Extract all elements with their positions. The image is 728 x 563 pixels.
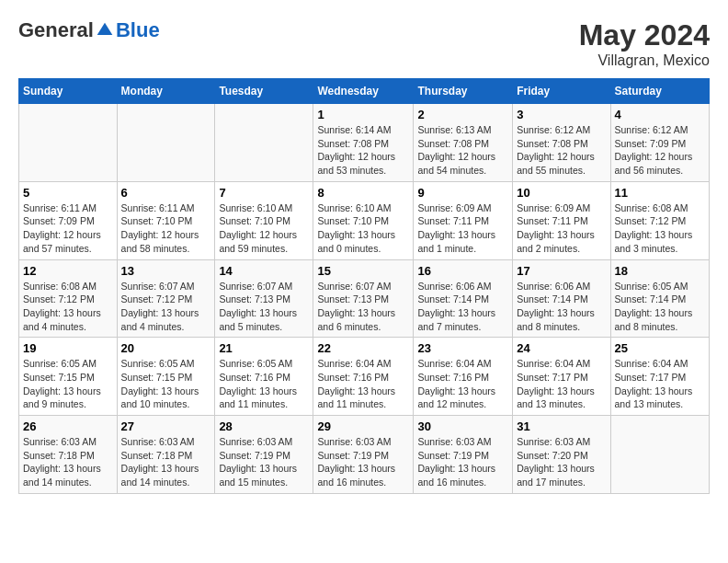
day-number: 20: [121, 341, 211, 355]
header-saturday: Saturday: [610, 79, 709, 104]
day-info: Sunrise: 6:06 AM Sunset: 7:14 PM Dayligh…: [517, 280, 606, 334]
calendar-cell: 11Sunrise: 6:08 AM Sunset: 7:12 PM Dayli…: [610, 181, 709, 259]
day-number: 11: [615, 186, 705, 200]
day-info: Sunrise: 6:05 AM Sunset: 7:16 PM Dayligh…: [219, 357, 309, 411]
calendar-cell: 30Sunrise: 6:03 AM Sunset: 7:19 PM Dayli…: [414, 416, 513, 494]
calendar-cell: 27Sunrise: 6:03 AM Sunset: 7:18 PM Dayli…: [117, 416, 215, 494]
calendar-cell: 4Sunrise: 6:12 AM Sunset: 7:09 PM Daylig…: [610, 104, 709, 182]
day-number: 5: [23, 186, 113, 200]
day-info: Sunrise: 6:10 AM Sunset: 7:10 PM Dayligh…: [219, 201, 309, 256]
day-info: Sunrise: 6:08 AM Sunset: 7:12 PM Dayligh…: [615, 201, 705, 256]
day-number: 12: [23, 264, 113, 278]
day-number: 3: [517, 108, 606, 121]
day-number: 2: [417, 108, 508, 121]
calendar-cell: [117, 104, 215, 182]
day-number: 25: [615, 341, 705, 355]
calendar-body: 1Sunrise: 6:14 AM Sunset: 7:08 PM Daylig…: [19, 104, 710, 494]
day-info: Sunrise: 6:07 AM Sunset: 7:13 PM Dayligh…: [219, 280, 309, 334]
day-number: 9: [417, 186, 508, 200]
page-header: General Blue May 2024 Villagran, Mexico: [18, 18, 710, 69]
header-monday: Monday: [117, 79, 215, 104]
day-info: Sunrise: 6:03 AM Sunset: 7:19 PM Dayligh…: [317, 435, 409, 489]
calendar-cell: [610, 416, 709, 494]
calendar-cell: 22Sunrise: 6:04 AM Sunset: 7:16 PM Dayli…: [313, 338, 414, 416]
day-number: 24: [517, 341, 606, 355]
calendar-week-1: 1Sunrise: 6:14 AM Sunset: 7:08 PM Daylig…: [19, 104, 710, 182]
calendar-cell: 14Sunrise: 6:07 AM Sunset: 7:13 PM Dayli…: [215, 259, 313, 338]
calendar-cell: 12Sunrise: 6:08 AM Sunset: 7:12 PM Dayli…: [19, 259, 118, 338]
day-number: 27: [121, 419, 211, 433]
calendar-cell: 10Sunrise: 6:09 AM Sunset: 7:11 PM Dayli…: [513, 181, 610, 259]
day-info: Sunrise: 6:05 AM Sunset: 7:15 PM Dayligh…: [121, 357, 211, 411]
calendar-cell: 8Sunrise: 6:10 AM Sunset: 7:10 PM Daylig…: [313, 181, 414, 259]
day-info: Sunrise: 6:08 AM Sunset: 7:12 PM Dayligh…: [23, 280, 113, 334]
day-info: Sunrise: 6:05 AM Sunset: 7:15 PM Dayligh…: [23, 357, 113, 411]
calendar-week-5: 26Sunrise: 6:03 AM Sunset: 7:18 PM Dayli…: [19, 416, 710, 494]
calendar-cell: 28Sunrise: 6:03 AM Sunset: 7:19 PM Dayli…: [215, 416, 313, 494]
day-info: Sunrise: 6:03 AM Sunset: 7:20 PM Dayligh…: [517, 435, 606, 489]
day-number: 7: [219, 186, 309, 200]
calendar-cell: 5Sunrise: 6:11 AM Sunset: 7:09 PM Daylig…: [19, 181, 118, 259]
day-number: 23: [417, 341, 508, 355]
calendar-cell: 6Sunrise: 6:11 AM Sunset: 7:10 PM Daylig…: [117, 181, 215, 259]
calendar-cell: 9Sunrise: 6:09 AM Sunset: 7:11 PM Daylig…: [414, 181, 513, 259]
calendar-cell: 7Sunrise: 6:10 AM Sunset: 7:10 PM Daylig…: [215, 181, 313, 259]
day-number: 19: [23, 341, 113, 355]
logo-icon: [96, 21, 114, 40]
calendar-cell: 19Sunrise: 6:05 AM Sunset: 7:15 PM Dayli…: [19, 338, 118, 416]
day-info: Sunrise: 6:07 AM Sunset: 7:12 PM Dayligh…: [121, 280, 211, 334]
day-info: Sunrise: 6:12 AM Sunset: 7:08 PM Dayligh…: [517, 123, 606, 178]
header-wednesday: Wednesday: [313, 79, 414, 104]
day-number: 30: [417, 419, 508, 433]
header-thursday: Thursday: [414, 79, 513, 104]
day-info: Sunrise: 6:04 AM Sunset: 7:17 PM Dayligh…: [517, 357, 606, 411]
month-year-title: May 2024: [579, 18, 710, 52]
day-info: Sunrise: 6:04 AM Sunset: 7:16 PM Dayligh…: [317, 357, 409, 411]
calendar-cell: 25Sunrise: 6:04 AM Sunset: 7:17 PM Dayli…: [610, 338, 709, 416]
day-info: Sunrise: 6:10 AM Sunset: 7:10 PM Dayligh…: [317, 201, 409, 256]
calendar-week-3: 12Sunrise: 6:08 AM Sunset: 7:12 PM Dayli…: [19, 259, 710, 338]
day-info: Sunrise: 6:12 AM Sunset: 7:09 PM Dayligh…: [615, 123, 705, 178]
day-number: 31: [517, 419, 606, 433]
calendar-cell: 24Sunrise: 6:04 AM Sunset: 7:17 PM Dayli…: [513, 338, 610, 416]
day-number: 15: [317, 264, 409, 278]
header-row: SundayMondayTuesdayWednesdayThursdayFrid…: [19, 79, 710, 104]
calendar-cell: 1Sunrise: 6:14 AM Sunset: 7:08 PM Daylig…: [313, 104, 414, 182]
logo: General Blue: [18, 18, 160, 42]
day-info: Sunrise: 6:03 AM Sunset: 7:18 PM Dayligh…: [23, 435, 113, 489]
day-info: Sunrise: 6:14 AM Sunset: 7:08 PM Dayligh…: [317, 123, 409, 178]
calendar-cell: [215, 104, 313, 182]
header-friday: Friday: [513, 79, 610, 104]
day-number: 17: [517, 264, 606, 278]
calendar-cell: 31Sunrise: 6:03 AM Sunset: 7:20 PM Dayli…: [513, 416, 610, 494]
title-area: May 2024 Villagran, Mexico: [579, 18, 710, 69]
calendar-cell: 15Sunrise: 6:07 AM Sunset: 7:13 PM Dayli…: [313, 259, 414, 338]
logo-blue-text: Blue: [116, 18, 160, 42]
day-number: 4: [615, 108, 705, 121]
calendar-cell: 18Sunrise: 6:05 AM Sunset: 7:14 PM Dayli…: [610, 259, 709, 338]
day-info: Sunrise: 6:04 AM Sunset: 7:17 PM Dayligh…: [615, 357, 705, 411]
day-number: 10: [517, 186, 606, 200]
day-number: 6: [121, 186, 211, 200]
calendar-cell: [19, 104, 118, 182]
day-number: 14: [219, 264, 309, 278]
calendar-cell: 23Sunrise: 6:04 AM Sunset: 7:16 PM Dayli…: [414, 338, 513, 416]
day-number: 16: [417, 264, 508, 278]
calendar-cell: 21Sunrise: 6:05 AM Sunset: 7:16 PM Dayli…: [215, 338, 313, 416]
calendar-cell: 3Sunrise: 6:12 AM Sunset: 7:08 PM Daylig…: [513, 104, 610, 182]
day-info: Sunrise: 6:13 AM Sunset: 7:08 PM Dayligh…: [417, 123, 508, 178]
calendar-week-4: 19Sunrise: 6:05 AM Sunset: 7:15 PM Dayli…: [19, 338, 710, 416]
day-info: Sunrise: 6:03 AM Sunset: 7:19 PM Dayligh…: [219, 435, 309, 489]
day-info: Sunrise: 6:09 AM Sunset: 7:11 PM Dayligh…: [417, 201, 508, 256]
day-number: 22: [317, 341, 409, 355]
day-number: 13: [121, 264, 211, 278]
calendar-table: SundayMondayTuesdayWednesdayThursdayFrid…: [18, 78, 710, 494]
day-info: Sunrise: 6:05 AM Sunset: 7:14 PM Dayligh…: [615, 280, 705, 334]
calendar-cell: 26Sunrise: 6:03 AM Sunset: 7:18 PM Dayli…: [19, 416, 118, 494]
location-subtitle: Villagran, Mexico: [579, 52, 710, 69]
day-number: 26: [23, 419, 113, 433]
day-info: Sunrise: 6:06 AM Sunset: 7:14 PM Dayligh…: [417, 280, 508, 334]
header-sunday: Sunday: [19, 79, 118, 104]
day-info: Sunrise: 6:04 AM Sunset: 7:16 PM Dayligh…: [417, 357, 508, 411]
day-number: 21: [219, 341, 309, 355]
